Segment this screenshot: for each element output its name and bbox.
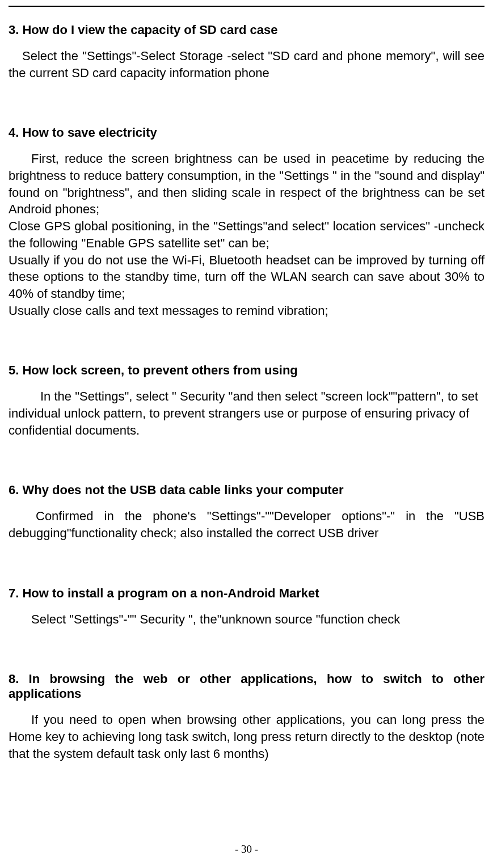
section-7-body-text: Select "Settings"-"" Security ", the"unk… (9, 611, 484, 628)
section-6-body-text: Confirmed in the phone's "Settings"-""De… (9, 508, 484, 541)
top-horizontal-rule (9, 6, 484, 7)
section-7-body: Select "Settings"-"" Security ", the"unk… (9, 611, 484, 628)
section-6-heading: 6. Why does not the USB data cable links… (9, 483, 484, 498)
section-4-p2: Close GPS global positioning, in the "Se… (9, 218, 484, 251)
section-6-body: Confirmed in the phone's "Settings"-""De… (9, 508, 484, 541)
section-4-p1: First, reduce the screen brightness can … (9, 150, 484, 218)
section-5-heading: 5. How lock screen, to prevent others fr… (9, 363, 484, 378)
section-4-heading: 4. How to save electricity (9, 125, 484, 140)
section-4-p1-text: First, reduce the screen brightness can … (9, 150, 484, 218)
page-number: - 30 - (0, 843, 493, 856)
section-5-body-text: In the "Settings", select " Security "an… (9, 388, 484, 439)
section-4-p4: Usually close calls and text messages to… (9, 302, 484, 319)
section-7-heading: 7. How to install a program on a non-And… (9, 586, 484, 601)
section-3-heading: 3. How do I view the capacity of SD card… (9, 23, 484, 37)
section-8-body-text: If you need to open when browsing other … (9, 711, 484, 762)
section-5-body: In the "Settings", select " Security "an… (9, 388, 484, 439)
section-8-heading: 8. In browsing the web or other applicat… (9, 672, 484, 701)
section-8-body: If you need to open when browsing other … (9, 711, 484, 762)
section-4-p3: Usually if you do not use the Wi-Fi, Blu… (9, 252, 484, 302)
section-3-body: Select the "Settings"-Select Storage -se… (9, 48, 484, 81)
section-3-body-text: Select the "Settings"-Select Storage -se… (9, 48, 484, 81)
